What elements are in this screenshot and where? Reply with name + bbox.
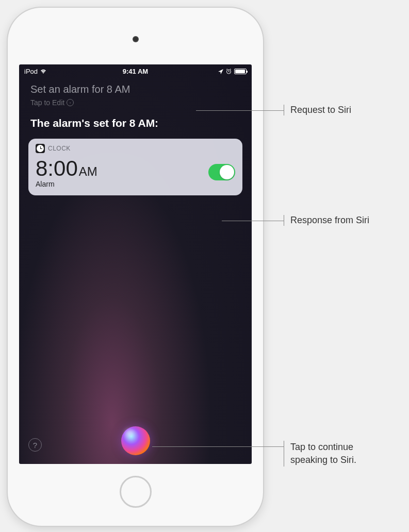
status-bar: iPod 9:41 AM [19, 64, 252, 77]
battery-icon [234, 69, 247, 74]
help-icon: ? [33, 441, 37, 450]
status-right [218, 69, 247, 74]
callout-request: Request to Siri [284, 105, 351, 115]
user-request-text: Set an alarm for 8 AM [30, 84, 242, 95]
callout-continue: Tap to continue speaking to Siri. [284, 441, 392, 467]
alarm-time: 8:00AM [36, 156, 97, 181]
clock-card[interactable]: CLOCK 8:00AM Alarm [28, 139, 242, 195]
alarm-sublabel: Alarm [36, 180, 97, 188]
card-header: CLOCK [36, 144, 235, 153]
callout-line [196, 110, 284, 111]
device-frame: iPod 9:41 AM S [8, 8, 263, 526]
tap-to-edit-label: Tap to Edit [30, 98, 64, 107]
alarm-time-wrap: 8:00AM Alarm [36, 156, 97, 188]
alarm-time-digits: 8:00 [36, 156, 78, 180]
alarm-row: 8:00AM Alarm [36, 156, 235, 188]
status-left: iPod [24, 68, 47, 75]
bottom-bar: ? [19, 423, 252, 464]
location-icon [218, 69, 223, 74]
screen: iPod 9:41 AM S [19, 64, 252, 464]
card-app-label: CLOCK [48, 145, 71, 152]
clock-app-icon [36, 144, 45, 153]
help-button[interactable]: ? [28, 438, 42, 452]
callout-response: Response from Siri [284, 215, 369, 226]
alarm-toggle[interactable] [208, 164, 235, 180]
callout-line [222, 221, 284, 221]
camera-dot [133, 36, 139, 42]
chevron-right-icon: › [67, 99, 74, 106]
callout-line [152, 446, 284, 447]
status-time: 9:41 AM [123, 68, 148, 75]
home-button[interactable] [120, 476, 152, 508]
toggle-knob [220, 165, 234, 179]
tap-to-edit-button[interactable]: Tap to Edit › [30, 98, 242, 107]
alarm-status-icon [226, 69, 232, 74]
siri-content: Set an alarm for 8 AM Tap to Edit › The … [19, 77, 252, 202]
carrier-label: iPod [24, 68, 38, 75]
siri-orb-button[interactable] [121, 426, 150, 455]
wifi-icon [40, 69, 47, 74]
siri-response-text: The alarm's set for 8 AM: [30, 117, 242, 129]
alarm-time-ampm: AM [79, 164, 97, 178]
